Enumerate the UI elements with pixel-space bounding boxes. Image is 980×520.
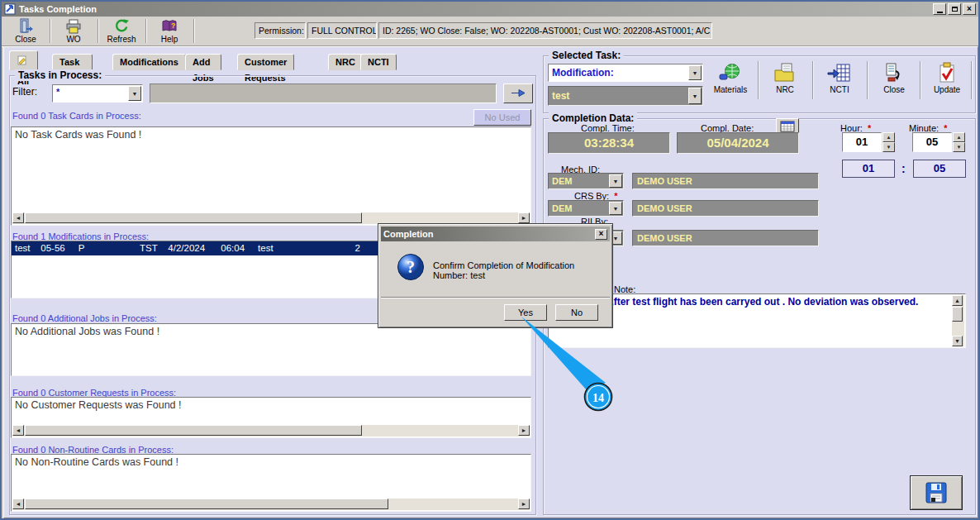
task-type-value: Modification: bbox=[552, 67, 614, 79]
materials-button[interactable]: Materials bbox=[708, 60, 753, 100]
printer-icon bbox=[55, 18, 93, 35]
dialog-message: Confirm Completion of Modification Numbe… bbox=[433, 260, 608, 280]
hour-stepper[interactable]: 01 bbox=[842, 132, 882, 152]
chevron-down-icon[interactable]: ▼ bbox=[609, 202, 622, 215]
toolbar-wo-label: WO bbox=[66, 35, 80, 44]
tab-ncti[interactable]: NCTI bbox=[360, 54, 397, 70]
tasks-in-process-title: Tasks in Process: bbox=[15, 69, 105, 81]
toolbar-separator bbox=[867, 61, 868, 99]
customer-requests-list[interactable]: No Customer Requests was Found ! ◄ ► bbox=[11, 397, 531, 438]
spin-down-icon[interactable]: ▼ bbox=[953, 142, 965, 152]
blue-arrow-right-icon bbox=[510, 87, 526, 101]
dialog-separator bbox=[381, 297, 610, 298]
scroll-right-icon[interactable]: ► bbox=[518, 212, 530, 223]
task-cards-empty-text: No Task Cards was Found ! bbox=[12, 127, 530, 142]
hour-value: 01 bbox=[856, 136, 868, 148]
found-task-cards-label: Found 0 Task Cards in Process: bbox=[12, 111, 141, 121]
scrollbar-thumb[interactable] bbox=[25, 212, 362, 223]
minute-spin-buttons[interactable]: ▲▼ bbox=[953, 132, 965, 152]
filter-label: Filter: bbox=[12, 86, 37, 98]
task-name-dropdown[interactable]: test ▼ bbox=[548, 86, 703, 106]
ncti-button[interactable]: NCTI bbox=[817, 60, 862, 100]
nrc-hscrollbar[interactable]: ◄ ► bbox=[12, 499, 530, 510]
chevron-down-icon[interactable]: ▼ bbox=[609, 174, 622, 188]
close-window-button[interactable]: × bbox=[963, 3, 976, 15]
tab-nrc[interactable]: NRC bbox=[328, 54, 363, 70]
save-floppy-icon bbox=[925, 481, 948, 506]
found-add-jobs-label: Found 0 Additional Jobs in Process: bbox=[12, 313, 157, 323]
context-info: ID: 2265; WO Close: False; WO: 202208-AS… bbox=[378, 22, 712, 39]
minimize-button[interactable] bbox=[933, 3, 946, 15]
non-routine-cards-list[interactable]: No Non-Routine Cards was Found ! ◄ ► bbox=[11, 454, 531, 512]
tab-customer-requests[interactable]: Customer Requests bbox=[237, 54, 294, 70]
rii-name-field: DEMO USER bbox=[632, 230, 819, 246]
additional-jobs-list[interactable]: No Additional Jobs was Found ! bbox=[11, 323, 531, 376]
help-book-icon: ? bbox=[150, 18, 188, 35]
spin-up-icon[interactable]: ▲ bbox=[882, 132, 895, 142]
permission-label: Permission: bbox=[255, 22, 306, 39]
scroll-left-icon[interactable]: ◄ bbox=[12, 499, 24, 509]
no-used-button[interactable]: No Used bbox=[473, 109, 531, 126]
tab-add-jobs[interactable]: Add Jobs bbox=[185, 54, 221, 70]
toolbar-separator bbox=[758, 61, 759, 99]
close-icon: × bbox=[599, 230, 604, 238]
scrollbar-thumb[interactable] bbox=[952, 307, 963, 322]
mech-id-dropdown[interactable]: DEM ▼ bbox=[548, 173, 624, 189]
main-toolbar: Close WO Refresh ? Help Permission: FULL… bbox=[2, 17, 978, 46]
restore-button[interactable] bbox=[948, 3, 961, 15]
dialog-yes-button[interactable]: Yes bbox=[504, 304, 547, 321]
hour-spin-buttons[interactable]: ▲▼ bbox=[882, 132, 895, 152]
filter-value: * bbox=[56, 87, 59, 97]
task-cards-list[interactable]: No Task Cards was Found ! ◄ ► bbox=[11, 126, 531, 226]
chevron-down-icon[interactable]: ▼ bbox=[128, 86, 141, 101]
svg-text:?: ? bbox=[171, 21, 175, 30]
scroll-right-icon[interactable]: ► bbox=[518, 425, 530, 436]
door-exit-icon bbox=[7, 18, 45, 35]
clipboard-check-icon bbox=[925, 60, 969, 85]
minimize-icon bbox=[937, 12, 943, 13]
filter-combobox[interactable]: * ▼ bbox=[52, 84, 143, 103]
update-button[interactable]: Update bbox=[925, 60, 969, 100]
task-type-dropdown[interactable]: Modification: ▼ bbox=[548, 64, 703, 82]
tab-modifications[interactable]: Modifications bbox=[112, 54, 186, 70]
scroll-left-icon[interactable]: ◄ bbox=[12, 212, 24, 223]
toolbar-help-button[interactable]: ? Help bbox=[150, 17, 188, 45]
mech-id-value: DEM bbox=[552, 176, 572, 186]
scroll-down-icon[interactable]: ▼ bbox=[952, 336, 963, 346]
tab-task-cards[interactable]: Task Cards bbox=[52, 54, 93, 70]
filter-go-button[interactable] bbox=[503, 83, 533, 103]
toolbar-separator bbox=[812, 61, 814, 99]
crs-by-dropdown[interactable]: DEM ▼ bbox=[548, 200, 624, 217]
scrollbar-thumb[interactable] bbox=[25, 499, 388, 509]
scroll-up-icon[interactable]: ▲ bbox=[952, 295, 963, 306]
nrc-label: NRC bbox=[776, 85, 794, 94]
note-vscrollbar[interactable]: ▲ ▼ bbox=[952, 295, 964, 346]
tab-label: NRC bbox=[335, 57, 355, 67]
toolbar-refresh-button[interactable]: Refresh bbox=[102, 17, 140, 45]
task-cards-hscrollbar[interactable]: ◄ ► bbox=[12, 212, 530, 224]
scroll-right-icon[interactable]: ► bbox=[518, 499, 530, 509]
crs-name-field: DEMO USER bbox=[632, 200, 819, 217]
close-task-button[interactable]: Close bbox=[872, 60, 916, 100]
tab-all[interactable]: All bbox=[9, 50, 38, 70]
chevron-down-icon[interactable]: ▼ bbox=[688, 88, 702, 104]
filter-text-field[interactable] bbox=[150, 83, 497, 103]
ncti-label: NCTI bbox=[830, 85, 849, 94]
dialog-no-button[interactable]: No bbox=[555, 304, 598, 321]
scrollbar-thumb[interactable] bbox=[25, 425, 362, 436]
chevron-down-icon[interactable]: ▼ bbox=[688, 65, 702, 80]
refresh-icon bbox=[102, 18, 140, 35]
customer-requests-hscrollbar[interactable]: ◄ ► bbox=[12, 425, 530, 437]
no-used-label: No Used bbox=[485, 112, 521, 122]
toolbar-wo-button[interactable]: WO bbox=[55, 17, 93, 45]
completion-data-title: Completion Data: bbox=[549, 112, 637, 124]
toolbar-close-button[interactable]: Close bbox=[7, 17, 45, 45]
toolbar-separator bbox=[98, 19, 99, 43]
spin-down-icon[interactable]: ▼ bbox=[882, 142, 895, 152]
save-button[interactable] bbox=[910, 475, 963, 510]
minute-stepper[interactable]: 05 bbox=[912, 132, 952, 152]
spin-up-icon[interactable]: ▲ bbox=[953, 132, 965, 142]
dialog-close-button[interactable]: × bbox=[595, 229, 607, 240]
nrc-button[interactable]: NRC bbox=[763, 60, 807, 100]
scroll-left-icon[interactable]: ◄ bbox=[12, 425, 24, 436]
